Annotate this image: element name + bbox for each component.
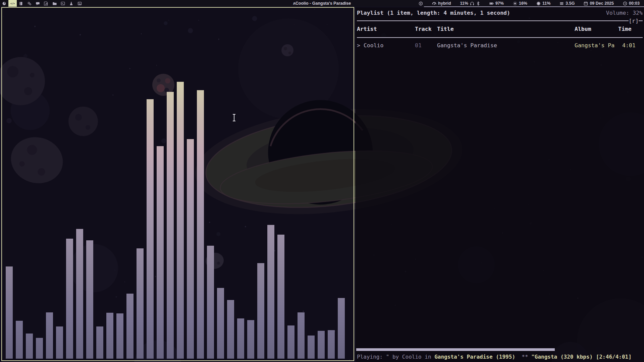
column-artist: Artist	[357, 26, 377, 32]
status-segment: Playing: " by Coolio in	[357, 354, 434, 360]
track-title: Gangsta's Paradise	[437, 42, 497, 49]
column-title: Title	[437, 26, 454, 32]
tray-item-cpu[interactable]: 11%	[536, 1, 550, 6]
visualizer-bar	[207, 246, 214, 359]
workspace-notes[interactable]	[17, 0, 25, 7]
window-title: ʌCoolio - Gangsta's Paradise	[293, 0, 351, 7]
tray-label: 97%	[495, 1, 504, 6]
science-icon	[69, 1, 73, 6]
column-album: Album	[575, 26, 591, 32]
visualizer-bar	[227, 300, 234, 359]
visualizer-bar	[96, 326, 103, 359]
text-cursor-icon	[231, 113, 237, 123]
track-number: 01	[415, 42, 422, 49]
headphones-icon	[470, 1, 474, 6]
visualizer-bar	[76, 229, 83, 359]
music-player-window[interactable]: Playlist (1 item, length: 4 minutes, 1 s…	[356, 7, 644, 362]
visualizer-bar	[277, 235, 284, 359]
visualizer-bar	[247, 320, 254, 359]
system-tray: hybrid11%97%16%11%3.5G09 Dec 202500:03	[419, 1, 644, 6]
visualizer-bar	[237, 318, 244, 359]
status-segment: **	[515, 354, 531, 360]
tray-item-battery[interactable]: 97%	[489, 1, 504, 6]
battery-icon	[489, 1, 494, 6]
column-time: Time	[618, 26, 632, 32]
files-icon	[52, 1, 57, 6]
workspace-terminal[interactable]	[59, 0, 67, 7]
visualizer-bar	[298, 312, 305, 359]
browser-icon	[2, 1, 6, 6]
visualizer-bar	[36, 338, 43, 359]
workspace-code[interactable]: </>	[8, 0, 17, 7]
visualizer-bar	[167, 92, 174, 359]
visualizer-bar	[287, 325, 294, 359]
visualizer-bar	[46, 312, 53, 359]
column-header-row: Artist Track Title Album Time	[357, 25, 643, 33]
visualizer-bar	[338, 298, 345, 359]
workspace-music[interactable]	[42, 0, 50, 7]
separator-columns	[357, 37, 643, 38]
visualizer-bar	[157, 146, 164, 359]
workspace-list: </>	[0, 0, 84, 7]
visualizer-window[interactable]	[1, 7, 354, 361]
visualizer-bar	[6, 266, 13, 359]
workspace-files[interactable]	[50, 0, 59, 7]
playlist-summary: Playlist (1 item, length: 4 minutes, 1 s…	[357, 10, 510, 16]
visualizer-bar	[267, 225, 274, 359]
visualizer-bar	[147, 99, 154, 359]
status-segment: "Gangsta (320 kbps) [2:46/4:01]	[531, 354, 632, 360]
tray-label: 3.5G	[566, 1, 575, 6]
tray-underline	[424, 6, 644, 7]
svg-text:</>: </>	[10, 2, 15, 5]
settings-icon	[27, 1, 32, 6]
music-icon	[44, 1, 48, 6]
tray-item-volume[interactable]: 11%	[460, 1, 480, 6]
visualizer-bar	[126, 294, 133, 359]
workspace-science[interactable]	[67, 0, 75, 7]
visualizer-bar	[257, 263, 264, 359]
taskbar: </> ʌCoolio - Gangsta's Paradise hybrid1…	[0, 0, 644, 7]
visualizer-bar	[318, 331, 325, 359]
visualizer-bars	[6, 8, 352, 359]
visualizer-bar	[137, 248, 144, 359]
terminal-icon	[61, 1, 65, 6]
tray-item-date[interactable]: 09 Dec 2025	[584, 1, 614, 6]
memory-icon	[559, 1, 564, 6]
clock-icon	[623, 1, 627, 6]
tray-label: hybrid	[438, 1, 451, 6]
volume-indicator: Volume: 32%	[606, 10, 643, 16]
workspace-settings[interactable]	[25, 0, 34, 7]
workspace-chat[interactable]	[34, 0, 42, 7]
playlist-row[interactable]: > Coolio 01 Gangsta's Paradise Gangsta's…	[357, 42, 643, 49]
visualizer-bar	[217, 288, 224, 359]
visualizer-bar	[66, 239, 73, 359]
tray-item-memory[interactable]: 3.5G	[559, 1, 575, 6]
tray-label: 16%	[519, 1, 527, 6]
track-album: Gangsta's Pa	[575, 42, 614, 49]
tray-item-power-profile[interactable]: hybrid	[432, 1, 451, 6]
visualizer-bar	[106, 313, 113, 359]
visualizer-bar	[56, 326, 63, 359]
dial-icon	[419, 1, 423, 6]
tray-item-indicator[interactable]	[419, 1, 423, 6]
workspace-browser[interactable]	[0, 0, 8, 7]
status-segment: Gangsta's Paradise (1995)	[434, 354, 515, 360]
seek-bar[interactable]	[356, 348, 643, 351]
visualizer-bar	[26, 334, 33, 359]
tray-item-brightness[interactable]: 16%	[513, 1, 527, 6]
workspace-images[interactable]	[75, 0, 84, 7]
playlist-header: Playlist (1 item, length: 4 minutes, 1 s…	[357, 9, 643, 16]
bluetooth-icon	[476, 1, 480, 6]
visualizer-bar	[308, 336, 315, 359]
column-track: Track	[415, 26, 432, 32]
visualizer-bar	[16, 321, 23, 359]
visualizer-bar	[86, 240, 93, 359]
visualizer-bar	[177, 82, 184, 359]
tray-item-clock[interactable]: 00:03	[623, 1, 640, 6]
images-icon	[77, 1, 82, 6]
calendar-icon	[584, 1, 588, 6]
track-time: 4:01	[622, 42, 636, 49]
code-icon: </>	[10, 1, 15, 6]
repeat-flag: [r]	[629, 18, 639, 24]
tray-label: 09 Dec 2025	[590, 1, 614, 6]
